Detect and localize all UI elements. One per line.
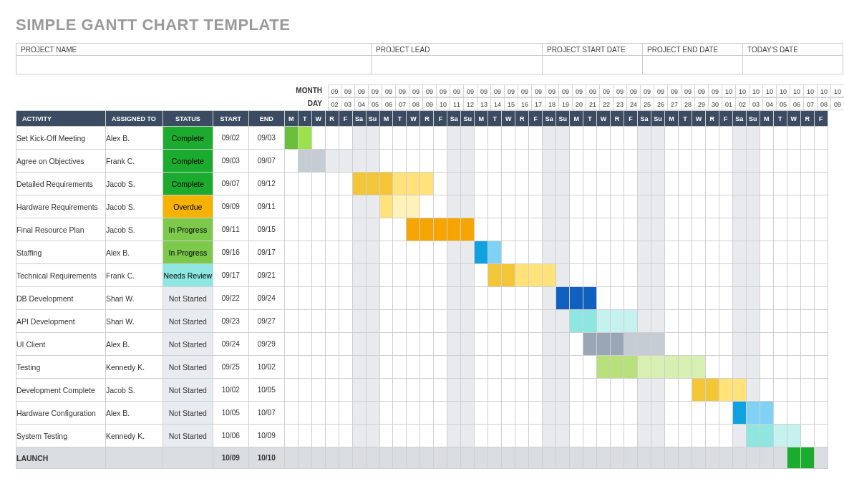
end-date-cell[interactable]: 10/05: [248, 379, 284, 402]
activity-cell[interactable]: LAUNCH: [16, 447, 106, 469]
task-row[interactable]: Hardware RequirementsJacob S.Overdue09/0…: [16, 195, 828, 218]
task-row[interactable]: Hardware ConfigurationAlex B.Not Started…: [16, 402, 828, 425]
end-date-cell[interactable]: 09/29: [248, 333, 284, 356]
activity-cell[interactable]: Hardware Requirements: [16, 195, 106, 218]
assigned-cell[interactable]: Jacob S.: [105, 218, 163, 241]
end-date-cell[interactable]: 09/21: [248, 264, 284, 287]
task-row[interactable]: Agree on ObjectivesFrank C.Complete09/03…: [16, 150, 828, 173]
assigned-cell[interactable]: Jacob S.: [105, 173, 163, 195]
status-cell[interactable]: Overdue: [163, 195, 213, 218]
start-date-cell[interactable]: 09/17: [213, 264, 248, 287]
end-date-cell[interactable]: 10/02: [248, 356, 284, 379]
task-row[interactable]: TestingKennedy K.Not Started09/2510/02: [16, 356, 828, 379]
task-row[interactable]: StaffingAlex B.In Progress09/1609/17: [16, 241, 828, 264]
activity-cell[interactable]: Hardware Configuration: [16, 402, 106, 425]
status-cell[interactable]: Complete: [163, 127, 213, 150]
start-date-cell[interactable]: 09/07: [213, 173, 248, 195]
assigned-cell[interactable]: Alex B.: [105, 127, 163, 150]
status-cell[interactable]: Not Started: [163, 356, 213, 379]
task-row[interactable]: Technical RequirementsFrank C.Needs Revi…: [16, 264, 828, 287]
status-cell[interactable]: Not Started: [163, 310, 213, 333]
status-cell[interactable]: Not Started: [163, 379, 213, 402]
project-name-input[interactable]: [16, 56, 371, 74]
end-date-cell[interactable]: 10/07: [248, 402, 284, 425]
activity-cell[interactable]: Technical Requirements: [16, 264, 106, 287]
end-date-cell[interactable]: 09/24: [248, 287, 284, 310]
task-row[interactable]: Development CompleteJacob S.Not Started1…: [16, 379, 828, 402]
status-cell[interactable]: Complete: [163, 150, 213, 173]
end-date-cell[interactable]: 09/12: [248, 173, 284, 195]
status-cell[interactable]: In Progress: [163, 241, 213, 264]
task-row[interactable]: API DevelopmentShari W.Not Started09/230…: [16, 310, 828, 333]
task-row[interactable]: Set Kick-Off MeetingAlex B.Complete09/02…: [16, 127, 828, 150]
assigned-cell[interactable]: Shari W.: [105, 287, 163, 310]
end-date-cell[interactable]: 10/10: [248, 447, 284, 469]
task-row[interactable]: LAUNCH10/0910/10: [16, 447, 828, 469]
activity-cell[interactable]: Detailed Requirements: [16, 173, 106, 195]
task-row[interactable]: DB DevelopmentShari W.Not Started09/2209…: [16, 287, 828, 310]
assigned-cell[interactable]: [105, 447, 163, 469]
activity-cell[interactable]: Set Kick-Off Meeting: [16, 127, 106, 150]
assigned-cell[interactable]: Jacob S.: [105, 195, 163, 218]
status-cell[interactable]: In Progress: [163, 218, 213, 241]
start-date-cell[interactable]: 10/02: [213, 379, 248, 402]
status-cell[interactable]: Complete: [163, 173, 213, 195]
assigned-cell[interactable]: Frank C.: [105, 264, 163, 287]
activity-cell[interactable]: UI Client: [16, 333, 106, 356]
activity-cell[interactable]: DB Development: [16, 287, 106, 310]
status-cell[interactable]: Needs Review: [163, 264, 213, 287]
activity-cell[interactable]: Testing: [16, 356, 106, 379]
activity-cell[interactable]: Development Complete: [16, 379, 106, 402]
timeline-cell: [407, 241, 420, 264]
start-date-cell[interactable]: 10/05: [213, 402, 248, 425]
start-date-input[interactable]: [543, 56, 642, 74]
start-date-cell[interactable]: 10/09: [213, 447, 248, 469]
activity-cell[interactable]: Agree on Objectives: [16, 150, 106, 173]
status-cell[interactable]: Not Started: [163, 333, 213, 356]
task-row[interactable]: Final Resource PlanJacob S.In Progress09…: [16, 218, 828, 241]
end-date-input[interactable]: [643, 56, 742, 74]
activity-cell[interactable]: System Testing: [16, 425, 106, 447]
activity-cell[interactable]: API Development: [16, 310, 106, 333]
assigned-cell[interactable]: Alex B.: [105, 402, 163, 425]
assigned-cell[interactable]: Kennedy K.: [105, 425, 163, 447]
assigned-cell[interactable]: Jacob S.: [105, 379, 163, 402]
month-cell: 09: [600, 84, 613, 97]
start-date-cell[interactable]: 09/24: [213, 333, 248, 356]
end-date-cell[interactable]: 09/15: [248, 218, 284, 241]
project-lead-input[interactable]: [372, 56, 542, 74]
start-date-cell[interactable]: 09/02: [213, 127, 248, 150]
start-date-cell[interactable]: 09/22: [213, 287, 248, 310]
task-row[interactable]: Detailed RequirementsJacob S.Complete09/…: [16, 173, 828, 195]
activity-cell[interactable]: Staffing: [16, 241, 106, 264]
assigned-cell[interactable]: Alex B.: [105, 241, 163, 264]
timeline-cell: [787, 173, 800, 195]
today-input[interactable]: [743, 56, 843, 74]
status-cell[interactable]: Not Started: [163, 425, 213, 447]
status-cell[interactable]: [163, 447, 213, 469]
status-cell[interactable]: Not Started: [163, 402, 213, 425]
start-date-cell[interactable]: 09/03: [213, 150, 248, 173]
assigned-cell[interactable]: Frank C.: [105, 150, 163, 173]
end-date-cell[interactable]: 09/11: [248, 195, 284, 218]
end-date-cell[interactable]: 09/07: [248, 150, 284, 173]
start-date-cell[interactable]: 09/25: [213, 356, 248, 379]
assigned-cell[interactable]: Shari W.: [105, 310, 163, 333]
end-date-cell[interactable]: 09/03: [248, 127, 284, 150]
timeline-cell: [637, 333, 651, 356]
status-cell[interactable]: Not Started: [163, 287, 213, 310]
assigned-cell[interactable]: Alex B.: [105, 333, 163, 356]
start-date-cell[interactable]: 10/06: [213, 425, 248, 447]
task-row[interactable]: System TestingKennedy K.Not Started10/06…: [16, 425, 828, 447]
end-date-cell[interactable]: 09/27: [248, 310, 284, 333]
start-date-cell[interactable]: 09/16: [213, 241, 248, 264]
timeline-cell: [339, 425, 352, 447]
task-row[interactable]: UI ClientAlex B.Not Started09/2409/29: [16, 333, 828, 356]
assigned-cell[interactable]: Kennedy K.: [105, 356, 163, 379]
end-date-cell[interactable]: 09/17: [248, 241, 284, 264]
start-date-cell[interactable]: 09/11: [213, 218, 248, 241]
start-date-cell[interactable]: 09/09: [213, 195, 248, 218]
end-date-cell[interactable]: 10/09: [248, 425, 284, 447]
activity-cell[interactable]: Final Resource Plan: [16, 218, 106, 241]
start-date-cell[interactable]: 09/23: [213, 310, 248, 333]
